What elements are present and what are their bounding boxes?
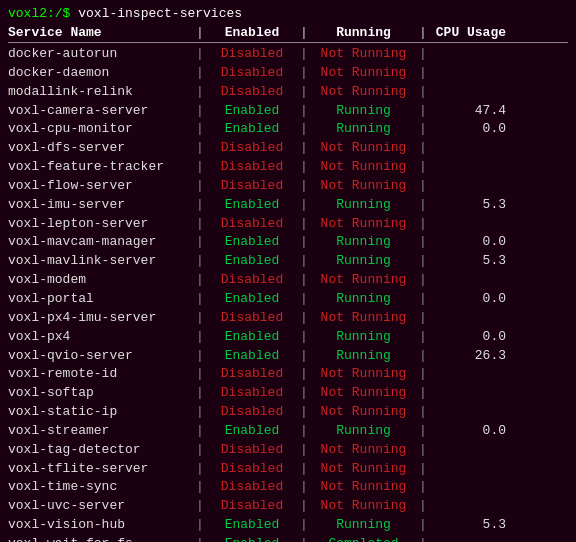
sep2: |	[297, 460, 311, 479]
sep1: |	[193, 177, 207, 196]
service-enabled: Enabled	[207, 252, 297, 271]
sep1: |	[193, 328, 207, 347]
sep3: |	[416, 45, 430, 64]
sep1: |	[193, 365, 207, 384]
service-enabled: Enabled	[207, 102, 297, 121]
sep2: |	[297, 347, 311, 366]
service-table: docker-autorun | Disabled | Not Running …	[8, 45, 568, 542]
sep1: |	[193, 460, 207, 479]
service-name: voxl-time-sync	[8, 478, 193, 497]
table-row: voxl-mavlink-server | Enabled | Running …	[8, 252, 568, 271]
sep3: |	[416, 83, 430, 102]
sep1: |	[193, 422, 207, 441]
sep2: |	[297, 196, 311, 215]
sep1: |	[193, 64, 207, 83]
sep3: |	[416, 177, 430, 196]
sep2: |	[297, 309, 311, 328]
service-name: docker-autorun	[8, 45, 193, 64]
table-row: modallink-relink | Disabled | Not Runnin…	[8, 83, 568, 102]
table-row: voxl-mavcam-manager | Enabled | Running …	[8, 233, 568, 252]
sep2: |	[297, 497, 311, 516]
service-enabled: Disabled	[207, 177, 297, 196]
sep1: |	[193, 535, 207, 542]
sep3: |	[416, 102, 430, 121]
header-enabled: Enabled	[207, 25, 297, 40]
sep3: |	[416, 347, 430, 366]
service-running: Not Running	[311, 309, 416, 328]
service-running: Not Running	[311, 45, 416, 64]
table-row: voxl-wait-for-fs | Enabled | Completed |	[8, 535, 568, 542]
table-row: voxl-time-sync | Disabled | Not Running …	[8, 478, 568, 497]
service-enabled: Disabled	[207, 365, 297, 384]
service-name: voxl-lepton-server	[8, 215, 193, 234]
service-enabled: Disabled	[207, 478, 297, 497]
header-sep2: |	[297, 25, 311, 40]
service-running: Not Running	[311, 497, 416, 516]
service-name: voxl-cpu-monitor	[8, 120, 193, 139]
sep3: |	[416, 384, 430, 403]
sep1: |	[193, 478, 207, 497]
service-name: docker-daemon	[8, 64, 193, 83]
service-name: voxl-tflite-server	[8, 460, 193, 479]
service-enabled: Disabled	[207, 64, 297, 83]
sep3: |	[416, 328, 430, 347]
service-cpu: 0.0	[430, 120, 510, 139]
service-enabled: Disabled	[207, 139, 297, 158]
header-cpu: CPU Usage	[430, 25, 510, 40]
service-cpu: 0.0	[430, 290, 510, 309]
service-cpu: 0.0	[430, 233, 510, 252]
service-name: voxl-mavlink-server	[8, 252, 193, 271]
service-running: Running	[311, 102, 416, 121]
sep3: |	[416, 233, 430, 252]
service-name: voxl-camera-server	[8, 102, 193, 121]
table-row: voxl-px4 | Enabled | Running | 0.0	[8, 328, 568, 347]
sep1: |	[193, 215, 207, 234]
service-enabled: Disabled	[207, 384, 297, 403]
service-enabled: Disabled	[207, 45, 297, 64]
table-header: Service Name | Enabled | Running | CPU U…	[8, 25, 568, 43]
sep1: |	[193, 347, 207, 366]
sep1: |	[193, 403, 207, 422]
service-enabled: Enabled	[207, 347, 297, 366]
service-enabled: Enabled	[207, 516, 297, 535]
sep3: |	[416, 252, 430, 271]
sep3: |	[416, 215, 430, 234]
service-cpu: 26.3	[430, 347, 510, 366]
service-name: voxl-modem	[8, 271, 193, 290]
sep2: |	[297, 328, 311, 347]
sep2: |	[297, 478, 311, 497]
sep2: |	[297, 83, 311, 102]
sep3: |	[416, 460, 430, 479]
service-enabled: Disabled	[207, 441, 297, 460]
sep2: |	[297, 441, 311, 460]
sep1: |	[193, 139, 207, 158]
sep3: |	[416, 535, 430, 542]
service-running: Not Running	[311, 365, 416, 384]
service-enabled: Disabled	[207, 403, 297, 422]
service-name: voxl-px4	[8, 328, 193, 347]
service-enabled: Enabled	[207, 290, 297, 309]
sep2: |	[297, 120, 311, 139]
service-name: voxl-softap	[8, 384, 193, 403]
service-running: Not Running	[311, 460, 416, 479]
sep1: |	[193, 83, 207, 102]
sep1: |	[193, 384, 207, 403]
service-name: voxl-remote-id	[8, 365, 193, 384]
service-enabled: Enabled	[207, 196, 297, 215]
sep3: |	[416, 403, 430, 422]
table-row: voxl-px4-imu-server | Disabled | Not Run…	[8, 309, 568, 328]
sep2: |	[297, 365, 311, 384]
table-row: voxl-softap | Disabled | Not Running |	[8, 384, 568, 403]
sep3: |	[416, 120, 430, 139]
table-row: voxl-dfs-server | Disabled | Not Running…	[8, 139, 568, 158]
service-name: voxl-px4-imu-server	[8, 309, 193, 328]
service-enabled: Enabled	[207, 328, 297, 347]
header-running: Running	[311, 25, 416, 40]
sep3: |	[416, 422, 430, 441]
sep2: |	[297, 516, 311, 535]
sep2: |	[297, 422, 311, 441]
service-running: Not Running	[311, 139, 416, 158]
table-row: voxl-vision-hub | Enabled | Running | 5.…	[8, 516, 568, 535]
sep2: |	[297, 64, 311, 83]
sep1: |	[193, 158, 207, 177]
